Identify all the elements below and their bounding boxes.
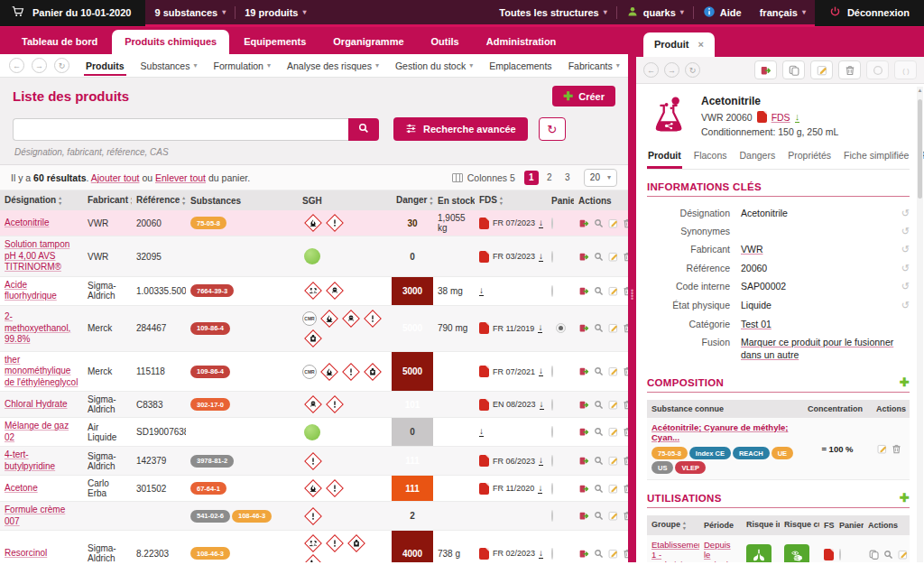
download-icon[interactable]: ↓ xyxy=(538,323,542,333)
view-icon[interactable] xyxy=(593,366,605,377)
fds-link[interactable]: FDS xyxy=(772,112,790,123)
logout-button[interactable]: Déconnexion xyxy=(815,0,924,26)
periode-link[interactable]: Depuis le 13/09/2019 xyxy=(704,540,742,562)
edit-icon[interactable] xyxy=(607,218,619,229)
panier-radio[interactable] xyxy=(551,251,553,263)
product-link[interactable]: Solution tampon pH 4,00 AVS TITRINORM® xyxy=(5,239,79,273)
col-designation[interactable]: Désignation▴▾ xyxy=(0,190,83,210)
subnav-item-analyse-des-risques[interactable]: Analyse des risques▾ xyxy=(285,60,381,71)
view-icon[interactable] xyxy=(882,549,894,560)
produits-dropdown[interactable]: 19 produits▾ xyxy=(236,7,315,18)
panier-radio[interactable] xyxy=(551,218,553,229)
product-link[interactable]: Chloral Hydrate xyxy=(5,399,67,411)
panier-radio[interactable] xyxy=(551,455,553,467)
info-value[interactable]: Marquer ce produit pour le fusionner dan… xyxy=(741,337,897,361)
delete-icon[interactable] xyxy=(622,218,628,229)
add-to-cart-icon[interactable] xyxy=(578,510,590,522)
add-to-cart-icon[interactable] xyxy=(578,399,590,411)
download-icon[interactable]: ↓ xyxy=(540,400,544,410)
create-button[interactable]: ✚ Créer xyxy=(552,86,615,107)
user-menu[interactable]: quarks▾ xyxy=(617,5,693,20)
download-icon[interactable]: ↓ xyxy=(539,218,543,228)
product-link[interactable]: Acide fluorhydrique xyxy=(5,280,79,302)
edit-icon[interactable] xyxy=(607,366,619,377)
view-icon[interactable] xyxy=(593,251,605,263)
panel-back-button[interactable]: ← xyxy=(643,62,659,78)
delete-icon[interactable] xyxy=(622,483,628,495)
subnav-item-gestion-du-stock[interactable]: Gestion du stock▾ xyxy=(393,60,475,71)
product-link[interactable]: Formule crème 007 xyxy=(5,505,79,527)
download-icon[interactable]: ↓ xyxy=(539,549,543,559)
duplicate-icon[interactable] xyxy=(868,549,880,560)
language-dropdown[interactable]: français▾ xyxy=(751,7,815,18)
substance-link[interactable]: Acétonitrile; Cyanure de méthyle; Cyan..… xyxy=(651,422,789,442)
cart-chip[interactable]: Panier du 10-01-2020 xyxy=(0,0,145,26)
sort-icon[interactable]: ▴▾ xyxy=(59,195,61,206)
add-to-cart-icon[interactable] xyxy=(578,483,590,495)
panier-radio[interactable] xyxy=(551,510,553,522)
edit-icon[interactable] xyxy=(607,426,619,438)
search-input[interactable] xyxy=(13,118,348,141)
help-link[interactable]: Aide xyxy=(694,5,751,20)
edit-icon[interactable] xyxy=(876,443,888,455)
view-icon[interactable] xyxy=(593,483,605,495)
nav-tab-equipements[interactable]: Equipements xyxy=(231,30,319,54)
add-to-cart-icon[interactable] xyxy=(578,366,590,377)
edit-button[interactable] xyxy=(810,60,833,79)
product-link[interactable]: ther monométhylique de l'éthylèneglycol xyxy=(5,355,79,389)
subnav-item-substances[interactable]: Substances▾ xyxy=(139,60,199,71)
history-icon[interactable]: ↺ xyxy=(897,208,910,219)
delete-icon[interactable] xyxy=(622,285,628,297)
subnav-item-formulation[interactable]: Formulation▾ xyxy=(211,60,272,71)
view-icon[interactable] xyxy=(593,455,605,467)
panel-scrollbar[interactable]: ▲ xyxy=(917,87,923,562)
reset-search-button[interactable]: ↻ xyxy=(539,117,566,141)
view-icon[interactable] xyxy=(593,426,605,438)
col-groupe[interactable]: Groupe▴▾ xyxy=(647,515,699,535)
tab-proprietes[interactable]: Propriétés xyxy=(787,146,832,169)
tab-dangers[interactable]: Dangers xyxy=(739,146,777,169)
product-link[interactable]: Acetone xyxy=(5,483,38,495)
panier-radio[interactable] xyxy=(551,548,553,560)
download-icon[interactable]: ↓ xyxy=(539,366,543,376)
edit-icon[interactable] xyxy=(607,285,619,297)
panier-radio[interactable] xyxy=(556,323,566,333)
col-danger[interactable]: Danger▴▾ xyxy=(392,190,433,210)
delete-icon[interactable] xyxy=(622,455,628,467)
history-icon[interactable]: ↺ xyxy=(897,263,910,274)
download-icon[interactable]: ↓ xyxy=(538,484,542,494)
forward-button[interactable]: → xyxy=(32,58,47,73)
close-icon[interactable]: × xyxy=(698,39,704,50)
history-icon[interactable]: ↺ xyxy=(897,244,910,255)
panier-radio[interactable] xyxy=(551,483,553,495)
edit-icon[interactable] xyxy=(607,399,619,411)
edit-icon[interactable] xyxy=(607,510,619,522)
view-icon[interactable] xyxy=(593,322,605,334)
panier-radio[interactable] xyxy=(551,285,553,297)
view-icon[interactable] xyxy=(593,510,605,522)
edit-icon[interactable] xyxy=(607,455,619,467)
add-to-cart-icon[interactable] xyxy=(578,251,590,263)
history-icon[interactable]: ↺ xyxy=(897,226,910,237)
subnav-item-produits[interactable]: Produits xyxy=(84,60,126,76)
view-icon[interactable] xyxy=(593,218,605,229)
product-link[interactable]: Resorcinol xyxy=(5,548,47,560)
product-link[interactable]: Acetonitrile xyxy=(5,218,49,229)
col-fabricant[interactable]: Fabricant▴▾ xyxy=(83,190,132,210)
sort-icon[interactable]: ▴▾ xyxy=(430,195,432,206)
product-link[interactable]: Mélange de gaz 02 xyxy=(5,421,79,443)
col-reference[interactable]: Référence▴▾ xyxy=(132,190,186,210)
remove-all-link[interactable]: Enlever tout xyxy=(155,172,206,183)
delete-icon[interactable] xyxy=(622,322,628,334)
edit-icon[interactable] xyxy=(607,322,619,334)
scroll-up-icon[interactable]: ▲ xyxy=(917,88,923,93)
page-size-select[interactable]: 20 ▾ xyxy=(584,169,617,187)
add-composition-button[interactable]: ✚ xyxy=(900,376,910,388)
delete-icon[interactable] xyxy=(622,399,628,411)
page-3[interactable]: 3 xyxy=(560,171,575,185)
download-icon[interactable]: ↓ xyxy=(539,456,543,466)
pane-resizer[interactable]: •••• xyxy=(628,27,636,562)
nav-tab-outils[interactable]: Outils xyxy=(419,30,472,54)
tab-flacons[interactable]: Flacons xyxy=(693,146,728,169)
page-2[interactable]: 2 xyxy=(542,171,557,185)
